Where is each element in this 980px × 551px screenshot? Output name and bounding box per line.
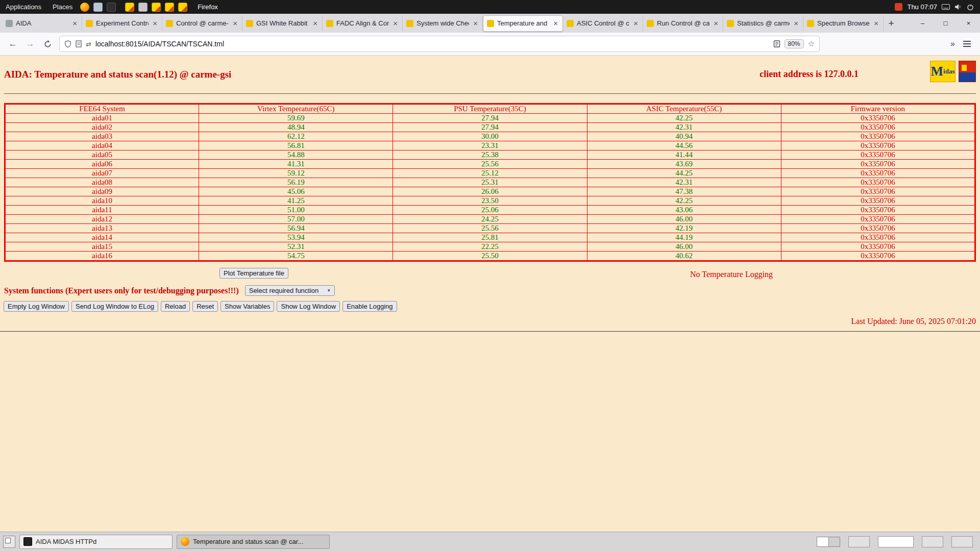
tab-close-icon[interactable]: × xyxy=(713,19,719,28)
tab-close-icon[interactable]: × xyxy=(873,19,879,28)
fee64-system-cell: aida06 xyxy=(5,160,199,169)
reader-mode-icon[interactable] xyxy=(773,40,780,47)
close-window-button[interactable]: × xyxy=(957,14,980,33)
enable-logging-button[interactable]: Enable Logging xyxy=(342,301,397,312)
taskbar-window-button[interactable]: Temperature and status scan @ car... xyxy=(177,535,330,549)
empty-log-window-button[interactable]: Empty Log Window xyxy=(4,301,69,312)
value-cell: 43.06 xyxy=(587,206,781,215)
page-header-row: AIDA: Temperature and status scan(1.12) … xyxy=(0,56,980,82)
tab-close-icon[interactable]: × xyxy=(552,19,559,28)
taskbar-applet[interactable] xyxy=(922,536,943,547)
reset-button[interactable]: Reset xyxy=(192,301,218,312)
value-cell: 54.88 xyxy=(199,151,393,160)
toolbar-overflow-icon[interactable]: » xyxy=(950,39,955,48)
value-cell: 25.12 xyxy=(393,169,587,178)
value-cell: 25.31 xyxy=(393,178,587,187)
site-info-icon[interactable] xyxy=(76,40,82,47)
browser-tab[interactable]: Spectrum Browser× xyxy=(803,16,884,31)
tab-close-icon[interactable]: × xyxy=(71,19,78,28)
taskbar-applet[interactable] xyxy=(848,536,870,547)
fee64-system-cell: aida01 xyxy=(5,114,199,123)
tab-close-icon[interactable]: × xyxy=(232,19,238,28)
plot-row: Plot Temperature file No Temperature Log… xyxy=(0,268,980,282)
tab-favicon xyxy=(727,20,734,27)
value-cell: 44.25 xyxy=(587,169,781,178)
menu-hamburger-icon[interactable] xyxy=(963,39,971,48)
reload-button[interactable]: Reload xyxy=(161,301,190,312)
table-row: aida0456.8123.3144.560x3350706 xyxy=(5,141,975,151)
printer-launcher-icon[interactable] xyxy=(138,3,148,12)
fee64-system-cell: aida03 xyxy=(5,132,199,141)
tab-close-icon[interactable]: × xyxy=(632,19,639,28)
keyboard-layout-icon[interactable] xyxy=(942,4,950,10)
value-cell: 27.94 xyxy=(393,123,587,132)
applications-menu[interactable]: Applications xyxy=(0,0,47,14)
reload-button[interactable] xyxy=(40,36,55,52)
browser-tab-strip: AIDA×Experiment Control×Control @ carme-… xyxy=(0,14,980,33)
send-log-window-to-elog-button[interactable]: Send Log Window to ELog xyxy=(71,301,158,312)
midas-launcher-icon[interactable] xyxy=(178,3,187,12)
show-log-window-button[interactable]: Show Log Window xyxy=(277,301,340,312)
url-bar[interactable]: ⇄ localhost:8015/AIDA/TSCAN/TSCAN.tml 80… xyxy=(59,36,820,52)
taskbar-applet[interactable] xyxy=(951,536,973,547)
back-button[interactable]: ← xyxy=(5,36,20,52)
taskbar-applet[interactable] xyxy=(878,536,914,547)
tab-favicon xyxy=(326,20,333,27)
bookmark-star-icon[interactable]: ☆ xyxy=(808,39,815,48)
midas-launcher-icon[interactable] xyxy=(165,3,174,12)
maximize-button[interactable]: □ xyxy=(934,14,957,33)
browser-tab[interactable]: ASIC Control @ ca× xyxy=(563,16,643,31)
notification-icon[interactable] xyxy=(895,3,902,11)
value-cell: 0x3350706 xyxy=(781,178,975,187)
show-variables-button[interactable]: Show Variables xyxy=(220,301,274,312)
value-cell: 30.00 xyxy=(393,132,587,141)
browser-tab[interactable]: Statistics @ carme× xyxy=(723,16,803,31)
zoom-level-badge[interactable]: 80% xyxy=(785,39,804,48)
browser-tab[interactable]: Temperature and st× xyxy=(483,15,563,32)
fee64-system-cell: aida09 xyxy=(5,187,199,196)
files-launcher-icon[interactable] xyxy=(93,3,103,12)
value-cell: 52.31 xyxy=(199,242,393,252)
function-select[interactable]: Select required function ▼ xyxy=(245,285,335,296)
tab-close-icon[interactable]: × xyxy=(392,19,399,28)
new-tab-button[interactable]: + xyxy=(884,16,899,31)
tab-close-icon[interactable]: × xyxy=(472,19,479,28)
power-icon[interactable] xyxy=(967,4,974,11)
tracking-shield-icon[interactable] xyxy=(64,40,71,47)
clock[interactable]: Thu 07:07 xyxy=(907,3,937,11)
value-cell: 40.62 xyxy=(587,252,781,261)
show-desktop-button[interactable] xyxy=(3,536,15,548)
midas-logo-initial: M xyxy=(931,65,944,78)
places-menu[interactable]: Places xyxy=(47,0,78,14)
firefox-icon xyxy=(181,537,189,546)
browser-tab[interactable]: GSI White Rabbit T× xyxy=(242,16,323,31)
tab-close-icon[interactable]: × xyxy=(312,19,318,28)
tab-close-icon[interactable]: × xyxy=(152,19,158,28)
volume-icon[interactable] xyxy=(954,4,962,10)
value-cell: 0x3350706 xyxy=(781,132,975,141)
tab-label: ASIC Control @ ca xyxy=(577,19,629,27)
task-windows: AIDA MIDAS HTTPdTemperature and status s… xyxy=(19,535,330,549)
forward-button[interactable]: → xyxy=(22,36,38,52)
tab-close-icon[interactable]: × xyxy=(793,19,799,28)
midas-launcher-icon[interactable] xyxy=(125,3,134,12)
permissions-icon[interactable]: ⇄ xyxy=(86,40,91,48)
firefox-launcher-icon[interactable] xyxy=(80,3,89,12)
tab-favicon xyxy=(807,20,814,27)
workspace-pager[interactable] xyxy=(817,537,840,547)
url-text[interactable]: localhost:8015/AIDA/TSCAN/TSCAN.tml xyxy=(95,40,769,48)
client-address: client address is 127.0.0.1 xyxy=(760,69,859,80)
minimize-button[interactable]: – xyxy=(911,14,934,33)
browser-nav-bar: ← → ⇄ localhost:8015/AIDA/TSCAN/TSCAN.tm… xyxy=(0,33,980,56)
plot-temperature-button[interactable]: Plot Temperature file xyxy=(219,268,288,279)
browser-tab[interactable]: Experiment Control× xyxy=(82,16,162,31)
browser-tab[interactable]: AIDA× xyxy=(2,16,82,31)
browser-tab[interactable]: FADC Align & Cont× xyxy=(323,16,403,31)
midas-launcher-icon[interactable] xyxy=(152,3,161,12)
browser-tab[interactable]: Run Control @ car× xyxy=(643,16,723,31)
terminal-launcher-icon[interactable] xyxy=(107,3,116,12)
browser-tab[interactable]: Control @ carme-g× xyxy=(162,16,242,31)
taskbar-window-button[interactable]: AIDA MIDAS HTTPd xyxy=(19,535,173,549)
tab-favicon xyxy=(246,20,253,27)
browser-tab[interactable]: System wide Check× xyxy=(403,16,483,31)
